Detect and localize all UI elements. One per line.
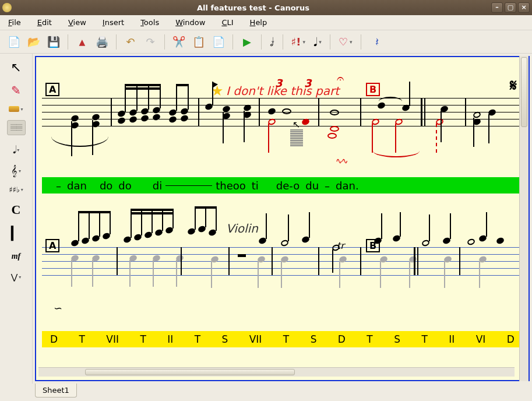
- toolbar: 📄 📂 💾 ▲ 🖨️ ↶ ↷ ✂️ 📋 📄 ▶ 𝅗𝅥▾ ♯!▾ 𝅘𝅥.▾ ♡▾ …: [0, 30, 532, 54]
- horizontal-scrollbar-thumb[interactable]: [85, 369, 295, 375]
- toolbar-separator: [68, 34, 68, 50]
- pdf-export-icon[interactable]: ▲: [74, 34, 90, 50]
- lyric-syllable: dan: [65, 180, 89, 192]
- harmony-symbol: T: [192, 333, 203, 345]
- tuplet-3: 3: [304, 77, 312, 89]
- app-icon: [2, 3, 12, 12]
- menu-tools[interactable]: Tools: [138, 17, 161, 28]
- minimize-button[interactable]: –: [491, 2, 503, 13]
- main-area: ↖ ✎ ▾ 𝄚𝄚 𝅗𝅥.▾ 𝄞▾ ♯♯♭▾ C ▎ mf ⋁▾ A ★ I do: [0, 54, 532, 384]
- lyric-syllable: di: [150, 180, 164, 192]
- notes-staff1: [36, 98, 529, 168]
- harmony-symbol: VII: [247, 333, 265, 345]
- harmony-symbol: T: [138, 333, 148, 345]
- print-icon[interactable]: 🖨️: [94, 34, 110, 50]
- harmony-symbol: S: [220, 333, 231, 345]
- tie-dropdown[interactable]: ♡▾: [336, 34, 355, 49]
- toolbar-separator: [232, 34, 233, 50]
- harmony-symbol: D: [336, 333, 348, 345]
- lyric-syllable: du: [303, 180, 321, 192]
- menu-window[interactable]: Window: [173, 17, 207, 28]
- cut-icon[interactable]: ✂️: [171, 34, 187, 50]
- play-icon[interactable]: ▶: [239, 34, 255, 50]
- lyric-syllable: theoo: [213, 180, 248, 192]
- note-picker-dropdown[interactable]: 𝅗𝅥.▾: [13, 143, 20, 156]
- harmony-symbol: T: [419, 333, 429, 345]
- rehearsal-mark-a: A: [45, 83, 59, 96]
- tab-sheet1[interactable]: Sheet1: [35, 384, 77, 398]
- tab-bar: Sheet1: [0, 384, 532, 401]
- harmony-symbol: S: [308, 333, 319, 345]
- annotation-text: I don't like this part: [226, 84, 339, 98]
- cursor-icon: ↖: [293, 119, 300, 130]
- harmony-symbol: S: [392, 333, 403, 345]
- harmony-symbol: D: [48, 333, 60, 345]
- clef-picker-dropdown[interactable]: 𝄞▾: [11, 164, 21, 177]
- time-signature-tool-icon[interactable]: C: [7, 202, 26, 217]
- paste-icon[interactable]: 📄: [210, 34, 227, 50]
- fermata-icon: 𝄐: [337, 71, 344, 86]
- horizontal-scrollbar[interactable]: [38, 367, 515, 377]
- harmony-symbol: T: [281, 333, 291, 345]
- dot-dropdown[interactable]: 𝅘𝅥.▾: [311, 34, 324, 50]
- notes-staff2: [36, 220, 529, 319]
- harmony-symbol: T: [77, 333, 87, 345]
- vertical-scrollbar-thumb[interactable]: [521, 57, 527, 127]
- toolbar-separator: [283, 34, 283, 50]
- barline-tool-icon[interactable]: ▎: [7, 226, 26, 241]
- lyric-syllable: –: [54, 180, 64, 192]
- lyric-syllable: dan.: [333, 180, 361, 192]
- menu-file[interactable]: File: [6, 17, 23, 28]
- save-icon[interactable]: 💾: [45, 34, 62, 50]
- staff-mode-tool-icon[interactable]: 𝄚𝄚: [7, 120, 26, 135]
- rehearsal-mark-b: B: [366, 83, 380, 96]
- color-tool-dropdown[interactable]: ▾: [9, 106, 23, 112]
- toolbar-separator: [330, 34, 330, 50]
- redo-icon[interactable]: ↷: [142, 34, 158, 50]
- window-buttons: – ▢ ×: [491, 2, 530, 13]
- toolbar-separator: [261, 34, 262, 50]
- tremolo-icon: [290, 129, 303, 146]
- window-title: All features test - Canorus: [15, 3, 491, 12]
- new-document-icon[interactable]: 📄: [6, 34, 22, 50]
- menu-cli[interactable]: CLI: [219, 17, 235, 28]
- undo-icon[interactable]: ↶: [122, 34, 139, 50]
- harmony-symbol: VII: [104, 333, 121, 345]
- toolbar-separator: [164, 34, 165, 50]
- harmony-symbol: VI: [474, 333, 488, 345]
- accidental-dropdown[interactable]: ♯!▾: [289, 34, 308, 49]
- close-button[interactable]: ×: [518, 2, 530, 13]
- maximize-button[interactable]: ▢: [505, 2, 516, 13]
- score-canvas[interactable]: A ★ I don't like this part 3 3 𝄐 B 𝄋 ∿∿: [35, 56, 530, 381]
- lyric-syllable: do: [97, 180, 115, 192]
- dynamic-mark-tool-icon[interactable]: mf: [7, 249, 26, 264]
- note-duration-dropdown[interactable]: 𝅗𝅥▾: [267, 34, 277, 50]
- harmony-symbol: II: [446, 333, 457, 345]
- lyrics-row-1: – dan do do di theoo ti de-o du – dan.: [42, 177, 523, 194]
- canvas-wrapper: A ★ I don't like this part 3 3 𝄐 B 𝄋 ∿∿: [33, 54, 532, 384]
- menu-view[interactable]: View: [66, 17, 89, 28]
- insert-tool-icon[interactable]: ✎: [7, 83, 26, 98]
- lyrics-row-2: D T VII T II T S VII T S D T S T II VI D: [42, 331, 523, 347]
- menu-help[interactable]: Help: [248, 17, 270, 28]
- lyric-syllable: do: [116, 180, 133, 192]
- copy-icon[interactable]: 📋: [191, 34, 207, 50]
- vertical-scrollbar[interactable]: [519, 56, 529, 381]
- tuplet-3: 3: [275, 77, 283, 89]
- menubar: File Edit View Insert Tools Window CLI H…: [0, 15, 532, 30]
- harmony-symbol: II: [165, 333, 175, 345]
- lyric-syllable: ti: [249, 180, 261, 192]
- key-signature-picker-dropdown[interactable]: ♯♯♭▾: [9, 185, 23, 194]
- rest-icon[interactable]: 𝄽: [367, 34, 383, 50]
- menu-edit[interactable]: Edit: [35, 17, 54, 28]
- lyric-syllable: –: [322, 180, 332, 192]
- toolbar-separator: [116, 34, 117, 50]
- harmony-symbol: T: [364, 333, 375, 345]
- side-toolbar: ↖ ✎ ▾ 𝄚𝄚 𝅗𝅥.▾ 𝄞▾ ♯♯♭▾ C ▎ mf ⋁▾: [0, 54, 33, 384]
- select-tool-icon[interactable]: ↖: [7, 59, 26, 75]
- titlebar: All features test - Canorus – ▢ ×: [0, 0, 532, 15]
- toolbar-separator: [361, 34, 361, 50]
- open-folder-icon[interactable]: 📂: [26, 34, 42, 50]
- menu-insert[interactable]: Insert: [100, 17, 126, 28]
- hairpin-picker-dropdown[interactable]: ⋁▾: [11, 272, 22, 282]
